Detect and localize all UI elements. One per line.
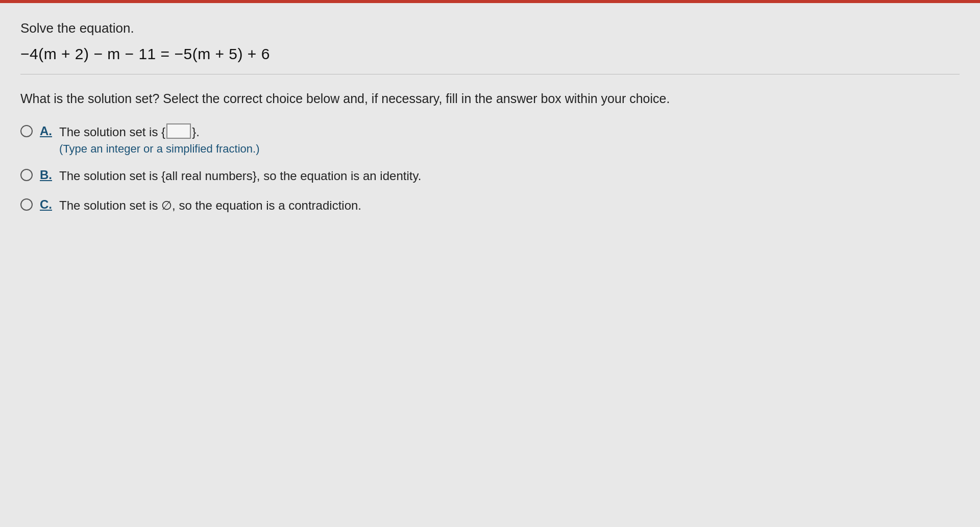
choice-label-c[interactable]: C. <box>40 197 52 212</box>
radio-button-a[interactable] <box>20 125 33 137</box>
radio-button-c[interactable] <box>20 198 33 211</box>
choice-a-text-before: The solution set is { <box>59 123 165 141</box>
choice-label-a[interactable]: A. <box>40 124 52 138</box>
choice-b-text: The solution set is {all real numbers}, … <box>59 167 421 185</box>
choice-a-line: The solution set is { }. <box>59 123 260 141</box>
choice-c-text: The solution set is ∅, so the equation i… <box>59 196 361 215</box>
choice-a-text-after: }. <box>192 123 200 141</box>
answer-input-box[interactable] <box>166 123 191 139</box>
choice-content-a: The solution set is { }. (Type an intege… <box>59 123 260 156</box>
equation: −4(m + 2) − m − 11 = −5(m + 5) + 6 <box>20 45 960 63</box>
divider <box>20 74 960 74</box>
question-header: Solve the equation. <box>20 20 960 36</box>
choice-a-subtext: (Type an integer or a simplified fractio… <box>59 142 260 156</box>
prompt-text: What is the solution set? Select the cor… <box>20 90 960 108</box>
radio-button-b[interactable] <box>20 169 33 181</box>
top-border <box>0 0 980 3</box>
main-container: Solve the equation. −4(m + 2) − m − 11 =… <box>0 0 980 527</box>
choice-row-a: A. The solution set is { }. (Type an int… <box>20 123 960 156</box>
choices-container: A. The solution set is { }. (Type an int… <box>20 123 960 215</box>
choice-label-b[interactable]: B. <box>40 168 52 182</box>
choice-row-c: C. The solution set is ∅, so the equatio… <box>20 196 960 215</box>
choice-row-b: B. The solution set is {all real numbers… <box>20 167 960 185</box>
